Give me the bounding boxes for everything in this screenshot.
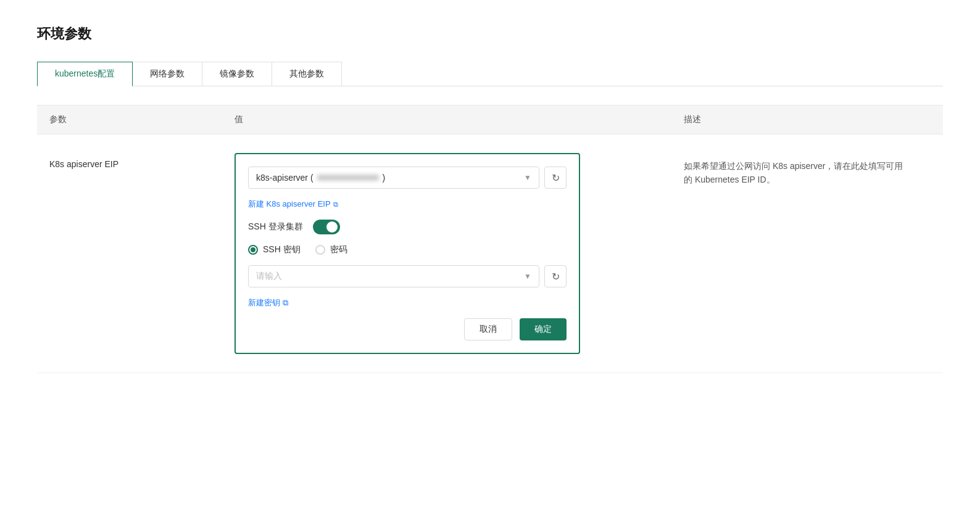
tab-image[interactable]: 镜像参数 (202, 62, 272, 86)
radio-ssh-key[interactable]: SSH 密钥 (248, 244, 301, 255)
radio-password[interactable]: 密码 (315, 244, 347, 255)
chevron-down-icon-2: ▼ (524, 272, 531, 281)
header-value: 值 (235, 114, 684, 125)
external-link-icon-2: ⧉ (283, 298, 288, 308)
page-title: 环境参数 (37, 25, 943, 43)
tab-other[interactable]: 其他参数 (272, 62, 342, 86)
radio-ssh-key-label: SSH 密钥 (263, 244, 301, 255)
table-row: K8s apiserver EIP k8s-apiserver () ▼ ↻ (37, 134, 943, 373)
radio-row: SSH 密钥 密码 (248, 244, 567, 255)
cancel-button[interactable]: 取消 (464, 318, 512, 340)
radio-password-circle (315, 245, 325, 255)
ssh-login-label: SSH 登录集群 (248, 221, 303, 233)
radio-password-label: 密码 (330, 244, 347, 255)
form-panel: k8s-apiserver () ▼ ↻ 新建 K8s apiserver EI… (235, 153, 684, 354)
tab-network[interactable]: 网络参数 (132, 62, 202, 86)
row-label-k8s-eip: K8s apiserver EIP (49, 153, 235, 169)
action-row: 取消 确定 (248, 318, 567, 340)
new-key-link[interactable]: 新建密钥 ⧉ (248, 297, 567, 308)
header-param: 参数 (49, 114, 235, 125)
refresh-server-button[interactable]: ↻ (544, 167, 567, 189)
new-eip-link[interactable]: 新建 K8s apiserver EIP ⧉ (248, 199, 567, 210)
tab-kubernetes[interactable]: kubernetes配置 (37, 62, 133, 86)
confirm-button[interactable]: 确定 (520, 318, 567, 340)
toggle-slider (313, 220, 340, 234)
ssh-login-row: SSH 登录集群 (248, 220, 567, 234)
chevron-down-icon: ▼ (524, 173, 531, 182)
key-select-wrapper: 请输入 ▼ ↻ (248, 265, 567, 287)
refresh-key-button[interactable]: ↻ (544, 265, 567, 287)
header-desc: 描述 (684, 114, 931, 125)
page-container: 环境参数 kubernetes配置 网络参数 镜像参数 其他参数 参数 值 描述… (0, 0, 980, 507)
description-column: 如果希望通过公网访问 K8s apiserver，请在此处填写可用的 Kuber… (684, 153, 931, 187)
radio-ssh-key-circle (248, 245, 258, 255)
key-placeholder: 请输入 (256, 271, 282, 282)
external-link-icon: ⧉ (333, 200, 338, 208)
server-select[interactable]: k8s-apiserver () ▼ (248, 167, 539, 189)
key-select[interactable]: 请输入 ▼ (248, 265, 539, 287)
ssh-login-toggle[interactable] (313, 220, 340, 234)
table-header: 参数 值 描述 (37, 105, 943, 134)
server-select-wrapper: k8s-apiserver () ▼ ↻ (248, 167, 567, 189)
row-description: 如果希望通过公网访问 K8s apiserver，请在此处填写可用的 Kuber… (684, 153, 906, 187)
blurred-ip (317, 175, 379, 181)
key-select-row: 请输入 ▼ ↻ (248, 265, 567, 287)
tabs-container: kubernetes配置 网络参数 镜像参数 其他参数 (37, 62, 943, 86)
server-select-row: k8s-apiserver () ▼ ↻ (248, 167, 567, 189)
